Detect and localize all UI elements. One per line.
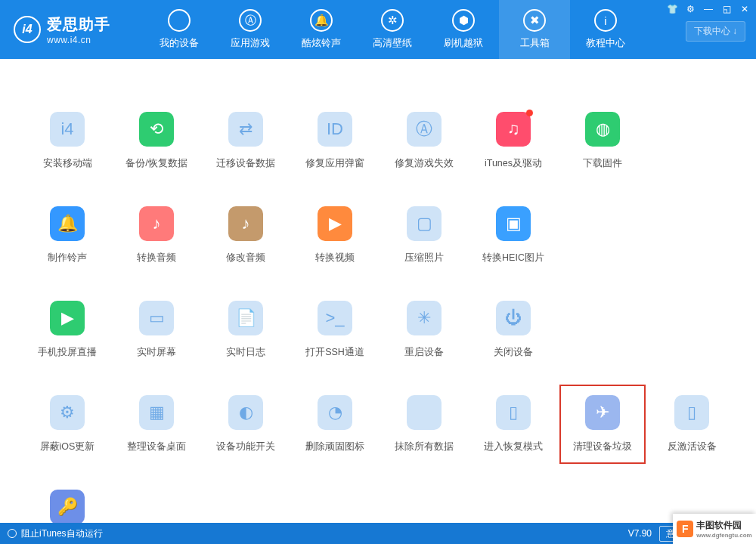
- tool-手机投屏直播[interactable]: ▶手机投屏直播: [23, 301, 112, 359]
- tool-进入恢复模式[interactable]: ▯进入恢复模式: [469, 395, 558, 453]
- settings-icon[interactable]: ⚙: [682, 2, 699, 17]
- tool-label: 删除顽固图标: [305, 440, 364, 453]
- tool-label: 修复游戏失效: [395, 157, 454, 170]
- tool-压缩照片[interactable]: ▢压缩照片: [380, 206, 469, 264]
- nav-label: 我的设备: [160, 36, 199, 50]
- tool-label: 设备功能开关: [216, 440, 275, 453]
- tool-重启设备[interactable]: ✳重启设备: [380, 301, 469, 359]
- tool-icon: 📄: [228, 301, 263, 335]
- tool-清理设备垃圾[interactable]: ✈清理设备垃圾: [558, 395, 647, 453]
- tool-label: iTunes及驱动: [485, 157, 542, 170]
- skin-icon[interactable]: 👕: [664, 2, 680, 17]
- status-bar: 阻止iTunes自动运行 V7.90 意见反馈 微信: [0, 523, 756, 544]
- nav-3[interactable]: ✲高清壁纸: [357, 0, 428, 59]
- version-label: V7.90: [628, 528, 652, 539]
- nav-icon-2: 🔔: [310, 9, 333, 32]
- tool-打开SSH通道[interactable]: >_打开SSH通道: [290, 301, 380, 359]
- app-subtitle: www.i4.cn: [47, 35, 110, 45]
- tool-icon: i4: [50, 112, 85, 147]
- logo-text: 爱思助手 www.i4.cn: [47, 14, 110, 45]
- tool-label: 抹除所有数据: [395, 440, 454, 453]
- nav-1[interactable]: Ⓐ应用游戏: [215, 0, 286, 59]
- empty-cell: [558, 301, 647, 359]
- tool-修改音频[interactable]: ♪修改音频: [201, 206, 290, 264]
- tool-icon: ✈: [585, 395, 620, 430]
- tool-label: 修复应用弹窗: [305, 157, 364, 170]
- tool-label: 进入恢复模式: [484, 440, 543, 453]
- tool-icon: ◍: [585, 112, 620, 147]
- restore-icon[interactable]: ◱: [718, 2, 735, 17]
- tool-备份/恢复数据[interactable]: ⟲备份/恢复数据: [112, 112, 201, 170]
- nav-2[interactable]: 🔔酷炫铃声: [286, 0, 357, 59]
- nav-icon-0: [168, 9, 191, 32]
- nav-icon-5: ✖: [523, 9, 546, 32]
- nav-4[interactable]: ⬢刷机越狱: [428, 0, 499, 59]
- nav-label: 教程中心: [586, 36, 625, 50]
- nav-icon-4: ⬢: [452, 9, 475, 32]
- block-itunes-label[interactable]: 阻止iTunes自动运行: [21, 527, 103, 540]
- watermark: F 丰图软件园 www.dgfengtu.com: [673, 514, 756, 544]
- tool-icon: ▢: [407, 206, 442, 241]
- toolbox-content: i4安装移动端⟲备份/恢复数据⇄迁移设备数据ID修复应用弹窗Ⓐ修复游戏失效♫iT…: [0, 59, 756, 523]
- block-itunes-radio[interactable]: [8, 529, 17, 538]
- tool-反激活设备[interactable]: ▯反激活设备: [647, 395, 736, 453]
- tool-label: 转换视频: [315, 252, 355, 264]
- empty-cell: [558, 206, 647, 264]
- tool-label: 反激活设备: [668, 440, 717, 453]
- tool-iTunes及驱动[interactable]: ♫iTunes及驱动: [469, 112, 558, 170]
- nav-0[interactable]: 我的设备: [144, 0, 215, 59]
- tool-grid: i4安装移动端⟲备份/恢复数据⇄迁移设备数据ID修复应用弹窗Ⓐ修复游戏失效♫iT…: [23, 112, 733, 523]
- tool-迁移设备数据[interactable]: ⇄迁移设备数据: [201, 112, 290, 170]
- tool-icon: ♫: [496, 112, 531, 147]
- tool-访问限制[interactable]: 🔑访问限制: [23, 490, 112, 523]
- download-center-button[interactable]: 下载中心 ↓: [686, 21, 745, 42]
- tool-实时屏幕[interactable]: ▭实时屏幕: [112, 301, 201, 359]
- tool-转换音频[interactable]: ♪转换音频: [112, 206, 201, 264]
- tool-label: 屏蔽iOS更新: [40, 440, 95, 453]
- tool-屏蔽iOS更新[interactable]: ⚙屏蔽iOS更新: [23, 395, 112, 453]
- empty-cell: [647, 206, 736, 264]
- tool-修复应用弹窗[interactable]: ID修复应用弹窗: [290, 112, 380, 170]
- nav-6[interactable]: i教程中心: [570, 0, 641, 59]
- tool-icon: ID: [318, 112, 352, 147]
- tool-删除顽固图标[interactable]: ◔删除顽固图标: [290, 395, 380, 453]
- nav-icon-3: ✲: [381, 9, 404, 32]
- tool-icon: >_: [318, 301, 352, 335]
- nav-5[interactable]: ✖工具箱: [499, 0, 570, 59]
- nav-icon-1: Ⓐ: [239, 9, 262, 32]
- tool-设备功能开关[interactable]: ◐设备功能开关: [201, 395, 290, 453]
- tool-icon: Ⓐ: [407, 112, 442, 147]
- tool-icon: ⏻: [496, 301, 531, 335]
- window-controls: 👕 ⚙ — ◱ ✕: [661, 0, 756, 18]
- tool-icon: ▣: [496, 206, 531, 241]
- tool-下载固件[interactable]: ◍下载固件: [558, 112, 647, 170]
- nav-label: 工具箱: [520, 36, 550, 50]
- nav-label: 刷机越狱: [444, 36, 483, 50]
- close-icon[interactable]: ✕: [736, 2, 753, 17]
- app-header: i4 爱思助手 www.i4.cn 我的设备Ⓐ应用游戏🔔酷炫铃声✲高清壁纸⬢刷机…: [0, 0, 756, 59]
- tool-label: 转换HEIC图片: [482, 252, 544, 264]
- tool-修复游戏失效[interactable]: Ⓐ修复游戏失效: [380, 112, 469, 170]
- tool-label: 迁移设备数据: [216, 157, 275, 170]
- watermark-title: 丰图软件园: [696, 519, 751, 532]
- minimize-icon[interactable]: —: [700, 2, 717, 17]
- tool-安装移动端[interactable]: i4安装移动端: [23, 112, 112, 170]
- tool-icon: [407, 395, 442, 430]
- tool-制作铃声[interactable]: 🔔制作铃声: [23, 206, 112, 264]
- tool-label: 重启设备: [404, 346, 444, 359]
- tool-关闭设备[interactable]: ⏻关闭设备: [469, 301, 558, 359]
- tool-icon: ♪: [139, 206, 174, 241]
- tool-icon: ⚙: [50, 395, 85, 430]
- tool-icon: ▦: [139, 395, 174, 430]
- tool-整理设备桌面[interactable]: ▦整理设备桌面: [112, 395, 201, 453]
- tool-label: 下载固件: [583, 157, 622, 170]
- tool-实时日志[interactable]: 📄实时日志: [201, 301, 290, 359]
- tool-icon: ♪: [228, 206, 263, 241]
- tool-转换视频[interactable]: ▶转换视频: [290, 206, 380, 264]
- tool-icon: ▶: [50, 301, 85, 335]
- tool-转换HEIC图片[interactable]: ▣转换HEIC图片: [469, 206, 558, 264]
- tool-抹除所有数据[interactable]: 抹除所有数据: [380, 395, 469, 453]
- tool-label: 压缩照片: [404, 252, 444, 264]
- tool-label: 整理设备桌面: [127, 440, 186, 453]
- footer-left: 阻止iTunes自动运行: [8, 527, 628, 540]
